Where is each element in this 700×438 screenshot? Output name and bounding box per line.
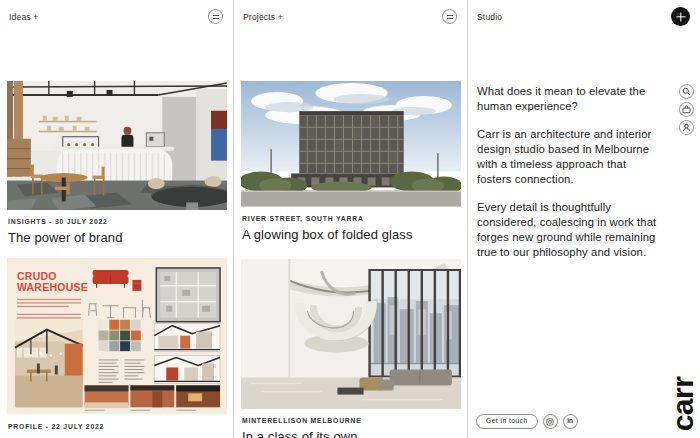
article-crudo-warehouse[interactable]: CRUDO WAREHOUSE (0, 258, 233, 429)
article-meta: PROFILE - 22 JULY 2022 (8, 423, 233, 430)
studio-paragraph: What does it mean to elevate the human e… (477, 84, 662, 114)
carr-logo[interactable]: carr (667, 372, 699, 436)
spiral-staircase-interior-image (241, 259, 461, 410)
cafe-interior-image (7, 81, 227, 210)
studio-paragraph: Every detail is thoughtfully considered,… (477, 200, 662, 260)
crudo-title-line2: WAREHOUSE (17, 282, 88, 293)
article-image-crudo-board: CRUDO WAREHOUSE (7, 258, 227, 414)
equals-icon (447, 15, 453, 16)
user-icon (682, 123, 691, 132)
article-image-building (241, 81, 461, 207)
studio-paragraph: Carr is an architecture and interior des… (477, 127, 662, 187)
projects-column: Projects + (234, 0, 468, 438)
article-minterellison[interactable]: MINTERELLISON MELBOURNE In a class of it… (234, 259, 467, 438)
studio-footer: Get in touch in (476, 414, 578, 429)
article-image-cafe (7, 81, 227, 210)
get-in-touch-button[interactable]: Get in touch (476, 414, 538, 429)
instagram-button[interactable] (543, 414, 558, 429)
crudo-warehouse-board-image: CRUDO WAREHOUSE (7, 258, 227, 414)
article-image-staircase (241, 259, 461, 410)
crudo-title-line1: CRUDO (17, 271, 57, 282)
search-icon (682, 87, 691, 96)
article-river-street[interactable]: RIVER STREET, SOUTH YARRA A glowing box … (234, 81, 467, 242)
article-meta: RIVER STREET, SOUTH YARRA (242, 215, 467, 222)
ideas-title[interactable]: Ideas + (9, 12, 39, 22)
equals-icon (213, 15, 219, 16)
search-button[interactable] (679, 84, 694, 99)
instagram-icon (546, 418, 554, 426)
ideas-column: Ideas + (0, 0, 234, 438)
article-power-of-brand[interactable]: INSIGHTS - 30 JULY 2022 The power of bra… (0, 81, 233, 245)
projects-header: Projects + (234, 0, 467, 26)
projects-menu-button[interactable] (442, 9, 457, 24)
studio-plus-button[interactable] (671, 7, 690, 26)
profile-button[interactable] (679, 120, 694, 135)
studio-title[interactable]: Studio (477, 12, 502, 22)
article-title: A glowing box of folded glass (242, 227, 467, 242)
projects-title[interactable]: Projects + (243, 12, 283, 22)
carr-homepage: Ideas + (0, 0, 700, 438)
briefcase-icon (682, 105, 691, 114)
briefcase-button[interactable] (679, 102, 694, 117)
article-meta: INSIGHTS - 30 JULY 2022 (8, 218, 233, 225)
linkedin-icon: in (567, 418, 573, 424)
article-title: In a class of its own (242, 429, 467, 438)
linkedin-button[interactable]: in (563, 414, 578, 429)
ideas-menu-button[interactable] (208, 9, 223, 24)
studio-header: Studio (468, 0, 700, 26)
studio-column: Studio What does it mean to elevate the … (468, 0, 700, 438)
building-exterior-image (241, 81, 461, 207)
article-meta: MINTERELLISON MELBOURNE (242, 417, 467, 424)
ideas-header: Ideas + (0, 0, 233, 26)
studio-icon-rail (679, 84, 694, 135)
studio-intro: What does it mean to elevate the human e… (468, 26, 700, 260)
article-title: The power of brand (8, 230, 233, 245)
